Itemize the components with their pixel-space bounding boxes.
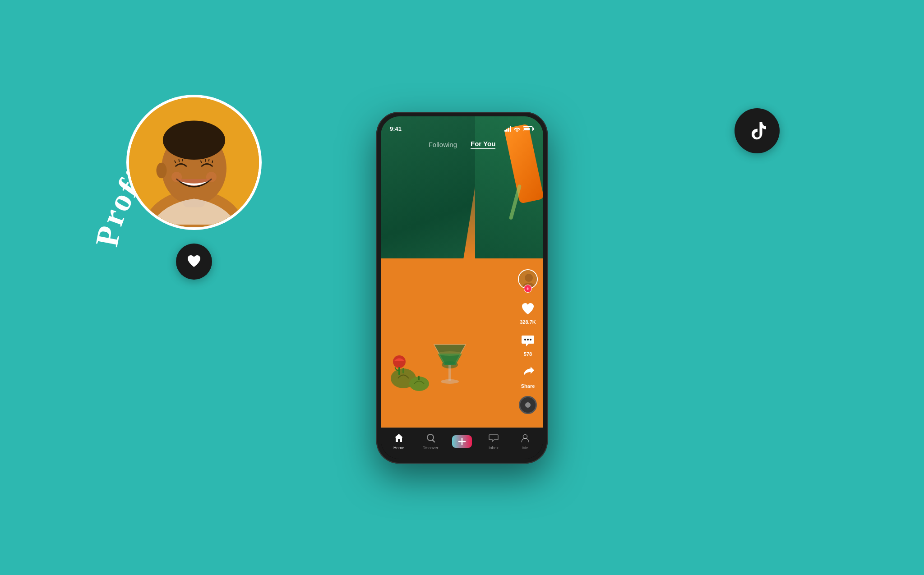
status-bar: 9:41	[381, 116, 543, 136]
nav-me[interactable]: Me	[509, 433, 541, 450]
share-label: Share	[521, 383, 535, 389]
martini-glass	[430, 340, 470, 391]
battery-icon	[523, 126, 534, 131]
tab-for-you[interactable]: For You	[471, 140, 495, 149]
svg-point-19	[441, 379, 459, 384]
status-icons	[504, 126, 534, 132]
comment-count: 578	[524, 351, 532, 357]
svg-line-10	[179, 159, 179, 162]
nav-discover[interactable]: Discover	[415, 433, 446, 450]
heart-icon	[185, 253, 203, 270]
action-buttons: + 328.7K	[518, 269, 538, 414]
home-icon	[394, 433, 404, 445]
svg-point-30	[525, 274, 533, 282]
music-disc-center	[525, 402, 531, 408]
tiktok-icon	[745, 119, 769, 143]
home-label: Home	[393, 446, 404, 450]
svg-rect-25	[418, 376, 420, 380]
share-icon	[519, 364, 537, 382]
svg-rect-18	[448, 365, 451, 381]
discover-icon	[425, 433, 435, 445]
svg-point-28	[517, 131, 518, 132]
comment-action[interactable]: 578	[519, 332, 537, 357]
creator-avatar-wrapper[interactable]: +	[518, 269, 538, 289]
heart-badge-circle	[176, 244, 212, 280]
svg-point-8	[206, 172, 217, 182]
like-action[interactable]: 328.7K	[519, 300, 537, 325]
follow-plus-badge[interactable]: +	[524, 285, 532, 293]
discover-label: Discover	[422, 446, 438, 450]
rose	[391, 354, 408, 378]
svg-point-33	[527, 339, 529, 340]
nav-home[interactable]: Home	[383, 433, 415, 450]
inbox-label: Inbox	[489, 446, 499, 450]
svg-point-26	[393, 355, 406, 368]
comment-icon	[519, 332, 537, 350]
phone-frame: 9:41	[376, 112, 548, 464]
svg-rect-27	[398, 367, 400, 375]
svg-point-32	[524, 339, 526, 340]
like-count: 328.7K	[520, 319, 536, 325]
like-icon	[519, 300, 537, 318]
tab-following[interactable]: Following	[429, 141, 457, 148]
music-disc	[519, 396, 537, 414]
svg-point-6	[163, 121, 225, 160]
me-label: Me	[522, 446, 528, 450]
profile-avatar-image	[129, 97, 259, 227]
nav-inbox[interactable]: Inbox	[478, 433, 509, 450]
profile-pic-section: Profile Pic	[81, 68, 316, 329]
svg-point-34	[530, 339, 531, 340]
phone-screen: 9:41	[381, 116, 543, 459]
avatar-illustration	[129, 97, 259, 227]
svg-line-14	[209, 159, 209, 161]
bottom-nav: Home Discover	[381, 428, 543, 459]
pumpkin-2	[408, 371, 430, 394]
svg-point-21	[438, 351, 462, 356]
inbox-icon	[489, 433, 499, 445]
tiktok-logo-circle	[735, 108, 780, 153]
svg-line-15	[212, 161, 213, 163]
phone-mockup: 9:41	[376, 112, 548, 464]
profile-avatar-circle	[126, 95, 262, 230]
add-button[interactable]	[452, 435, 472, 448]
nav-tabs: Following For You	[381, 136, 543, 153]
status-time: 9:41	[390, 125, 402, 132]
signal-icon	[504, 126, 511, 132]
share-action[interactable]: Share	[519, 364, 537, 389]
svg-line-36	[433, 440, 434, 442]
me-icon	[520, 433, 530, 445]
svg-point-5	[156, 163, 166, 179]
wifi-icon	[513, 126, 521, 132]
svg-point-39	[523, 435, 527, 439]
nav-add[interactable]	[446, 435, 478, 448]
svg-point-7	[171, 172, 182, 182]
